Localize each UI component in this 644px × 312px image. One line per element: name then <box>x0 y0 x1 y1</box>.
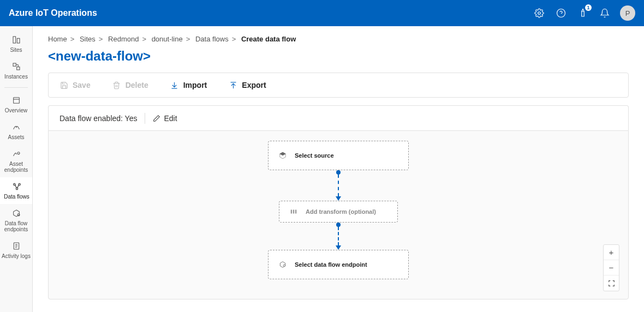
svg-rect-26 <box>291 210 292 214</box>
flow-canvas[interactable]: Select source Add transform (optional) S… <box>48 130 629 299</box>
help-icon[interactable] <box>550 0 572 26</box>
feedback-badge: 1 <box>585 4 592 11</box>
main-content: Home> Sites> Redmond> donut-line> Data f… <box>33 26 644 312</box>
svg-rect-5 <box>13 63 16 66</box>
sidebar-item-label: Assets <box>8 134 24 140</box>
sidebar-item-label: Activity logs <box>2 253 31 259</box>
export-icon <box>229 81 237 89</box>
delete-icon <box>112 81 121 89</box>
breadcrumb-link[interactable]: Home <box>48 35 67 43</box>
sidebar-item-overview[interactable]: Overview <box>0 91 32 118</box>
export-button[interactable]: Export <box>229 81 266 89</box>
status-bar: Data flow enabled: Yes Edit <box>48 105 629 130</box>
breadcrumb-current: Create data flow <box>241 35 296 43</box>
status-text: Data flow enabled: Yes <box>59 114 137 123</box>
cube-icon <box>278 152 287 159</box>
page-title: <new-data-flow> <box>48 49 629 64</box>
edit-button[interactable]: Edit <box>153 114 177 123</box>
svg-point-29 <box>283 265 285 267</box>
sidebar-item-label: Asset endpoints <box>1 161 31 173</box>
import-icon <box>170 81 179 89</box>
svg-rect-28 <box>295 210 296 214</box>
assets-icon <box>11 122 21 132</box>
settings-icon[interactable] <box>528 0 550 26</box>
select-source-node[interactable]: Select source <box>268 141 409 170</box>
transform-icon <box>289 208 298 215</box>
sidebar-item-data-flow-endpoints[interactable]: Data flow endpoints <box>0 204 32 237</box>
breadcrumb: Home> Sites> Redmond> donut-line> Data f… <box>48 35 629 43</box>
notifications-icon[interactable] <box>594 0 616 26</box>
sidebar-item-instances[interactable]: Instances <box>0 57 32 84</box>
select-endpoint-node[interactable]: Select data flow endpoint <box>268 250 409 279</box>
endpoint-icon <box>278 261 287 268</box>
sidebar-item-label: Instances <box>4 74 28 80</box>
breadcrumb-link[interactable]: Data flows <box>195 35 229 43</box>
zoom-in-button[interactable]: + <box>604 245 619 260</box>
data-flow-endpoints-icon <box>11 208 21 218</box>
zoom-fit-button[interactable] <box>604 275 619 291</box>
svg-point-11 <box>17 152 20 154</box>
sites-icon <box>11 35 21 45</box>
svg-line-15 <box>15 185 16 188</box>
edit-icon <box>153 115 160 122</box>
sidebar-item-activity-logs[interactable]: Activity logs <box>0 237 32 263</box>
svg-rect-9 <box>13 98 19 104</box>
sidebar-item-label: Sites <box>10 47 22 53</box>
app-title: Azure IoT Operations <box>9 8 97 18</box>
svg-rect-4 <box>17 38 20 43</box>
svg-point-1 <box>557 9 565 17</box>
feedback-icon[interactable]: 1 <box>572 0 594 26</box>
sidebar-item-assets[interactable]: Assets <box>0 118 32 145</box>
delete-button[interactable]: Delete <box>112 81 148 89</box>
svg-rect-3 <box>13 37 16 43</box>
sidebar-item-data-flows[interactable]: Data flows <box>0 177 32 204</box>
sidebar-item-sites[interactable]: Sites <box>0 31 32 57</box>
app-header: Azure IoT Operations 1 P <box>0 0 644 26</box>
zoom-controls: + − <box>603 244 619 291</box>
sidebar: Sites Instances Overview Assets Asset en… <box>0 26 33 312</box>
add-transform-node[interactable]: Add transform (optional) <box>279 201 398 223</box>
svg-rect-6 <box>16 67 19 70</box>
sidebar-item-label: Data flow endpoints <box>1 220 31 232</box>
avatar[interactable]: P <box>620 5 635 21</box>
asset-endpoints-icon <box>11 149 21 159</box>
instances-icon <box>11 62 21 71</box>
breadcrumb-link[interactable]: donut-line <box>152 35 183 43</box>
sidebar-item-label: Overview <box>5 107 28 113</box>
sidebar-item-label: Data flows <box>4 194 29 200</box>
breadcrumb-link[interactable]: Redmond <box>108 35 139 43</box>
import-button[interactable]: Import <box>170 81 207 89</box>
data-flows-icon <box>12 182 22 191</box>
svg-point-0 <box>538 12 541 15</box>
fit-icon <box>608 280 615 287</box>
save-button[interactable]: Save <box>59 81 91 89</box>
toolbar: Save Delete Import Export <box>48 73 629 98</box>
sidebar-item-asset-endpoints[interactable]: Asset endpoints <box>0 145 32 177</box>
svg-rect-27 <box>293 210 294 214</box>
zoom-out-button[interactable]: − <box>604 260 619 275</box>
overview-icon <box>11 95 21 105</box>
save-icon <box>59 81 68 89</box>
activity-logs-icon <box>11 241 21 251</box>
breadcrumb-link[interactable]: Sites <box>80 35 96 43</box>
svg-line-16 <box>17 185 19 188</box>
